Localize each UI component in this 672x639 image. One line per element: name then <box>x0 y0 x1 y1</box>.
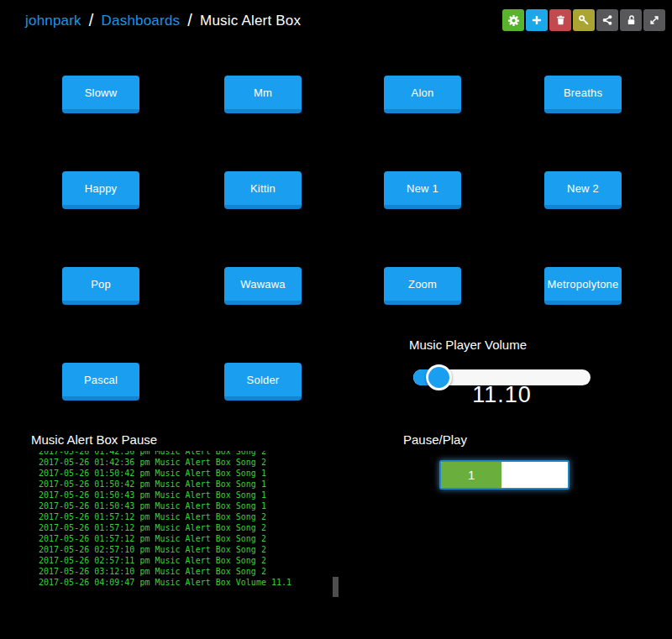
settings-button[interactable] <box>502 9 524 31</box>
dashboard-button[interactable]: New 2 <box>544 171 622 209</box>
log-line: 2017-05-26 01:42:36 pm Music Alert Box S… <box>39 451 339 457</box>
dashboard-button-label: Mm <box>254 86 272 99</box>
dashboard-button-label: Breaths <box>564 86 602 99</box>
dashboard-button-label: Pascal <box>84 374 118 386</box>
dashboard-button-label: Wawawa <box>240 278 285 291</box>
log-line: 2017-05-26 01:57:12 pm Music Alert Box S… <box>39 522 339 533</box>
volume-block-title: Music Player Volume <box>409 338 527 352</box>
log-lines: 2017-05-26 01:42:36 pm Music Alert Box S… <box>31 451 339 588</box>
dashboard-button-label: New 2 <box>567 182 599 195</box>
dashboard-button-label: Kittin <box>250 182 276 195</box>
toggle-value: 1 <box>468 468 475 482</box>
dashboard-page: johnpark / Dashboards / Music Alert Box … <box>0 0 672 639</box>
dashboard-button-label: Sloww <box>85 86 118 99</box>
unlock-icon <box>626 14 637 26</box>
dashboard-button-label: New 1 <box>407 182 438 195</box>
dashboard-button[interactable]: Solder <box>224 363 302 401</box>
dashboard-button[interactable]: Zoom <box>384 267 461 305</box>
dashboard-button-label: Pop <box>91 278 111 291</box>
share-button[interactable] <box>596 9 618 31</box>
fullscreen-button[interactable] <box>643 9 665 31</box>
pause-play-toggle[interactable]: 1 <box>439 460 570 490</box>
dashboard-button-label: Zoom <box>408 278 437 291</box>
log-block-title: Music Alert Box Pause <box>31 432 157 447</box>
header-action-buttons <box>502 9 665 31</box>
dashboard-button[interactable]: Alon <box>384 76 461 113</box>
log-line: 2017-05-26 02:57:11 pm Music Alert Box S… <box>39 555 339 566</box>
dashboard-button[interactable]: Breaths <box>544 76 622 113</box>
dashboard-button[interactable]: Pop <box>62 267 139 305</box>
log-line: 2017-05-26 04:09:47 pm Music Alert Box V… <box>39 577 339 588</box>
breadcrumb: johnpark / Dashboards / Music Alert Box <box>25 11 301 30</box>
log-scrollbar-thumb[interactable] <box>333 577 339 597</box>
plus-icon <box>531 14 543 26</box>
dashboard-button-label: Happy <box>85 182 118 195</box>
dashboard-button-label: Solder <box>247 374 280 386</box>
api-key-button[interactable] <box>573 9 595 31</box>
breadcrumb-user-link[interactable]: johnpark <box>25 13 81 29</box>
toggle-on-segment: 1 <box>441 462 501 488</box>
dashboard-button[interactable]: Metropolytone <box>544 267 622 305</box>
share-icon <box>601 14 613 26</box>
add-block-button[interactable] <box>526 9 548 31</box>
page-title: Music Alert Box <box>200 13 301 29</box>
log-line: 2017-05-26 01:50:42 pm Music Alert Box S… <box>39 468 339 479</box>
key-icon <box>578 14 590 26</box>
log-line: 2017-05-26 01:50:42 pm Music Alert Box S… <box>39 479 339 490</box>
dashboard-button[interactable]: New 1 <box>384 171 461 209</box>
dashboard-button[interactable]: Sloww <box>62 76 139 113</box>
log-line: 2017-05-26 01:57:12 pm Music Alert Box S… <box>39 533 339 544</box>
log-line: 2017-05-26 01:42:36 pm Music Alert Box S… <box>39 457 339 468</box>
log-line: 2017-05-26 01:50:43 pm Music Alert Box S… <box>39 490 339 500</box>
breadcrumb-separator: / <box>89 11 94 30</box>
log-line: 2017-05-26 01:50:43 pm Music Alert Box S… <box>39 500 339 511</box>
toggle-block-title: Pause/Play <box>403 432 467 447</box>
dashboard-button[interactable]: Happy <box>62 171 139 209</box>
log-line: 2017-05-26 01:57:12 pm Music Alert Box S… <box>39 511 339 522</box>
expand-icon <box>648 14 660 26</box>
dashboard-button[interactable]: Kittin <box>224 171 302 209</box>
dashboard-button[interactable]: Mm <box>224 76 302 113</box>
gear-icon <box>507 14 520 27</box>
dashboard-button[interactable]: Pascal <box>62 363 139 401</box>
lock-button[interactable] <box>620 9 642 31</box>
trash-icon <box>555 14 566 26</box>
log-line: 2017-05-26 03:12:10 pm Music Alert Box S… <box>39 566 339 577</box>
breadcrumb-dashboards-link[interactable]: Dashboards <box>102 13 181 29</box>
dashboard-button-label: Metropolytone <box>548 278 619 291</box>
log-line: 2017-05-26 02:57:10 pm Music Alert Box S… <box>39 544 339 555</box>
volume-value: 11.10 <box>413 382 591 408</box>
delete-button[interactable] <box>549 9 571 31</box>
dashboard-button-label: Alon <box>412 86 434 99</box>
dashboard-button[interactable]: Wawawa <box>224 267 302 305</box>
breadcrumb-separator: / <box>187 11 192 30</box>
log-stream[interactable]: 2017-05-26 01:42:36 pm Music Alert Box S… <box>31 451 339 599</box>
